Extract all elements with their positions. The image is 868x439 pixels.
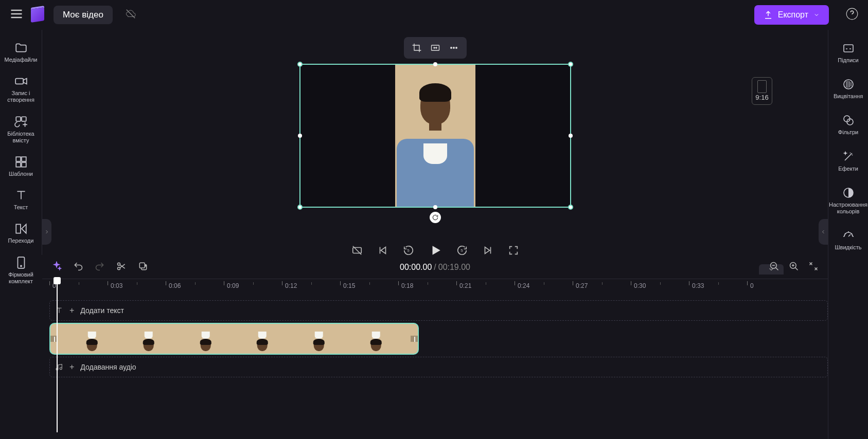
resize-handle-rm[interactable]	[569, 134, 573, 138]
help-button[interactable]	[845, 7, 859, 23]
top-bar: Моє відео Експорт	[0, 0, 868, 30]
forward-5-button[interactable]: 5	[456, 245, 468, 256]
export-button[interactable]: Експорт	[754, 5, 829, 25]
svg-rect-4	[16, 157, 21, 161]
resize-handle-lm[interactable]	[298, 134, 302, 138]
more-options-button[interactable]	[446, 41, 462, 54]
right-sidebar: Підписи Вицвітання Фільтри Ефекти Настро…	[828, 30, 868, 439]
undo-button[interactable]	[73, 261, 83, 273]
plus-icon: +	[69, 306, 74, 315]
timeline-section: 00:00.00/00:19.00 00:030:060:090:120:150…	[0, 255, 868, 379]
svg-rect-15	[844, 45, 853, 52]
svg-rect-22	[139, 263, 145, 268]
svg-point-9	[20, 265, 21, 266]
resize-handle-tm[interactable]	[433, 62, 437, 66]
preview-toolbar	[404, 37, 467, 59]
svg-point-11	[450, 47, 452, 49]
svg-point-12	[453, 47, 454, 49]
crop-button[interactable]	[409, 41, 424, 54]
sidebar-item-color[interactable]: Настроювання кольорів	[828, 184, 868, 218]
hide-overlay-button[interactable]	[351, 245, 363, 256]
ruler-tick-minor	[195, 282, 196, 285]
svg-rect-2	[16, 117, 21, 121]
zoom-in-button[interactable]	[789, 261, 799, 273]
resize-handle-tr[interactable]	[568, 62, 573, 67]
ruler-tick-minor	[311, 282, 312, 285]
ruler-tick-minor	[428, 282, 428, 285]
sidebar-item-library[interactable]: Бібліотека вмісту	[0, 111, 42, 148]
svg-rect-3	[22, 117, 26, 121]
resize-handle-tl[interactable]	[297, 62, 303, 67]
cloud-sync-off-icon[interactable]	[125, 8, 136, 22]
playhead[interactable]	[57, 278, 58, 432]
fullscreen-button[interactable]	[508, 245, 519, 256]
svg-rect-7	[22, 162, 26, 167]
sidebar-item-speed[interactable]: Швидкість	[828, 226, 868, 254]
sidebar-item-fade[interactable]: Вицвітання	[828, 75, 868, 103]
zoom-out-button[interactable]	[769, 261, 780, 273]
app-logo-icon	[31, 7, 44, 23]
ruler-tick-minor	[137, 282, 137, 285]
sidebar-item-captions[interactable]: Підписи	[828, 39, 868, 67]
sidebar-item-media[interactable]: Медіафайли	[0, 37, 42, 67]
rotate-handle[interactable]	[430, 212, 441, 223]
plus-icon: +	[69, 362, 74, 372]
timeline-tracks: + Додати текст || || + Додавання аудіо	[42, 296, 828, 379]
ruler-tick-minor	[602, 282, 603, 285]
ai-tools-button[interactable]	[51, 261, 62, 273]
fit-button[interactable]	[428, 41, 443, 54]
duplicate-button[interactable]	[138, 261, 148, 273]
sidebar-item-record[interactable]: Запис і створення	[0, 70, 42, 107]
timecode-display: 00:00.00/00:19.00	[400, 263, 470, 272]
clip-trim-right[interactable]: ||	[411, 336, 418, 342]
ruler-tick-minor	[253, 282, 254, 285]
split-button[interactable]	[116, 261, 127, 273]
audio-track-placeholder[interactable]: + Додавання аудіо	[49, 357, 828, 377]
sidebar-item-transitions[interactable]: Переходи	[0, 218, 42, 248]
timeline-ruler[interactable]: 00:030:060:090:120:150:180:210:240:270:3…	[42, 279, 828, 296]
sidebar-item-filters[interactable]: Фільтри	[828, 111, 868, 139]
ruler-tick-minor	[718, 282, 719, 285]
text-track-placeholder[interactable]: + Додати текст	[49, 300, 828, 321]
skip-to-end-button[interactable]	[482, 245, 493, 256]
sidebar-item-brandkit[interactable]: Фірмовий комплект	[0, 252, 42, 289]
ruler-tick-minor	[79, 282, 79, 285]
sidebar-item-templates[interactable]: Шаблони	[0, 151, 42, 181]
svg-rect-5	[22, 157, 26, 161]
resize-handle-bl[interactable]	[297, 205, 303, 210]
ruler-tick-minor	[544, 282, 544, 285]
menu-button[interactable]	[9, 7, 24, 23]
svg-rect-1	[15, 79, 23, 84]
right-panel-expand-button[interactable]	[819, 219, 828, 245]
ruler-tick-minor	[369, 282, 370, 285]
svg-rect-6	[16, 162, 21, 167]
resize-handle-bm[interactable]	[433, 205, 437, 209]
left-sidebar: Медіафайли Запис і створення Бібліотека …	[0, 30, 42, 255]
skip-to-start-button[interactable]	[377, 245, 388, 256]
svg-point-13	[455, 47, 457, 49]
sidebar-item-effects[interactable]: Ефекти	[828, 148, 868, 175]
sidebar-item-text[interactable]: Текст	[0, 185, 42, 215]
ruler-tick-minor	[660, 282, 661, 285]
svg-point-16	[844, 80, 853, 89]
rewind-5-button[interactable]: 5	[403, 245, 414, 256]
resize-handle-br[interactable]	[568, 205, 573, 210]
aspect-ratio-button[interactable]: 9:16	[752, 77, 772, 105]
timeline-toolbar: 00:00.00/00:19.00	[42, 255, 828, 279]
zoom-fit-button[interactable]	[808, 261, 819, 273]
redo-button[interactable]	[95, 261, 105, 273]
selection-frame[interactable]	[299, 64, 571, 208]
preview-area: 9:16	[42, 30, 828, 255]
video-track-clip[interactable]: || ||	[49, 323, 419, 355]
export-label: Експорт	[778, 10, 808, 20]
preview-canvas[interactable]	[299, 64, 571, 208]
ruler-tick-minor	[486, 282, 486, 285]
project-title-input[interactable]: Моє відео	[54, 6, 113, 24]
